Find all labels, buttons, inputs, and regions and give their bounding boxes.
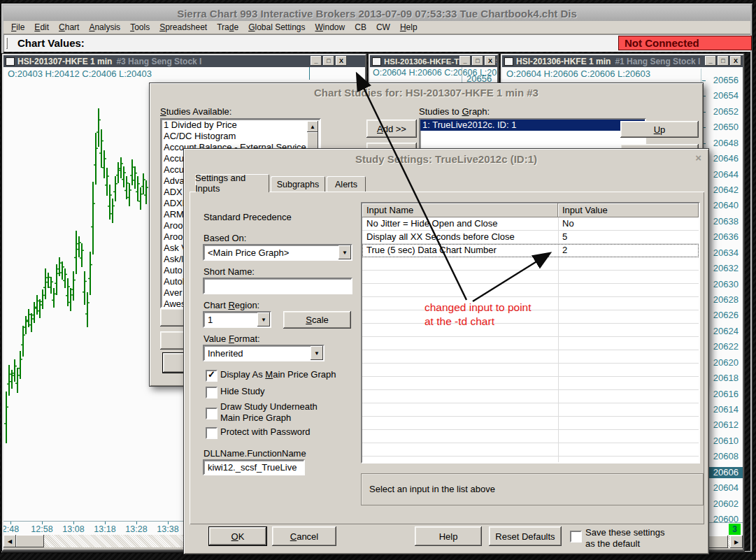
app-title: Sierra Chart 993 Interactive Brokers 201… [177,8,577,20]
close-icon[interactable]: × [695,152,701,164]
annotation-line2: at the -td chart [425,315,532,329]
add-study-button[interactable]: Add >> [366,120,417,138]
based-on-combobox[interactable]: <Main Price Graph> ▼ [203,244,352,261]
list-item-1-divided-by-price[interactable]: 1 Divided by Price [162,120,320,131]
menu-edit[interactable]: Edit [29,22,54,33]
cell-input-value: 2 [558,244,699,257]
minimize-button[interactable]: _ [311,56,322,66]
app-title-bar[interactable]: Sierra Chart 993 Interactive Brokers 201… [3,6,750,21]
scroll-right-button[interactable]: ▶ [730,536,743,548]
move-up-button[interactable]: Up [620,121,699,138]
maximize-button[interactable]: □ [718,56,729,66]
menu-help[interactable]: Help [395,22,422,33]
cell-input-name: Display all XX Seconds before Close [362,231,558,244]
cell-input-name: True (5 sec) Data Chart Number [362,244,558,257]
values-divider [309,67,310,80]
dll-name-field[interactable]: kiwi12._scsf_TrueLive [203,459,305,475]
menu-spreadsheet[interactable]: Spreadsheet [155,22,212,33]
chart-symbol: HSI-201306-HKFE 1 min [516,57,611,66]
studies-available-label: Studies Available: [160,106,231,117]
table-row[interactable]: True (5 sec) Data Chart Number2 [362,244,699,257]
input-hint-panel: Select an input in the list above [361,473,704,505]
toolbar-grip[interactable] [6,37,8,49]
close-button[interactable]: X [336,56,347,66]
chart-values-row: O:20403 H:20412 C:20406 L:20403 [3,67,365,80]
menu-cb[interactable]: CB [350,22,371,33]
short-name-input[interactable] [203,278,352,294]
price-scale-label: 20656 [701,75,743,86]
menu-chart[interactable]: Chart [54,22,84,33]
value-format-label: Value Format: [204,333,260,344]
chart1-window-title-bar[interactable]: HSI-201306-HKFE 1 min #1 Hang Seng Stock… [502,55,743,67]
graph-list-item[interactable]: 1: TrueLive2012c. ID: 1 [420,120,645,131]
scroll-up-button[interactable]: ▲ [307,121,318,132]
cell-input-value: No [558,217,699,231]
chart2-window-title-bar[interactable]: HSI-201306-HKFE-TD 1 min #2 Hang Seng St… [370,55,497,67]
dll-name-label: DLLName.FunctionName [204,448,306,459]
time-label: 13:08 [62,524,84,534]
chart-description: #3 Hang Seng Stock I [116,57,201,66]
time-label: 2:48 [2,524,19,534]
minimize-button[interactable]: _ [705,56,716,66]
checkbox-label: Display As Main Price Graph [220,369,336,380]
save-default-checkbox[interactable] [570,531,582,543]
chevron-down-icon[interactable]: ▼ [311,346,323,360]
price-scale-label: 20648 [701,138,743,149]
column-header-input-name[interactable]: Input Name [362,203,558,217]
reset-defaults-button[interactable]: Reset Defaults [489,526,562,546]
table-row[interactable]: Display all XX Seconds before Close5 [362,231,699,244]
cell-input-value: 5 [558,231,699,244]
cell-input-name: No Jitter = Hide Open and Close [362,217,558,231]
value-format-combobox[interactable]: Inherited ▼ [203,345,324,361]
ok-button[interactable]: OK [208,526,267,546]
minimize-button[interactable]: _ [459,56,471,66]
menu-tools[interactable]: Tools [125,22,155,33]
checkbox-draw-study-underneath[interactable] [206,408,217,419]
menu-window[interactable]: Window [311,22,350,33]
time-label: 12:58 [31,524,52,534]
menu-global-settings[interactable]: Global Settings [243,22,310,33]
close-button[interactable]: X [730,56,741,66]
chart-number-badge: 3 [729,524,741,535]
checkbox-hide-study[interactable] [206,387,217,399]
close-button[interactable]: X [485,56,496,66]
list-item-ac-dc-histogram[interactable]: AC/DC Histogram [162,131,320,142]
short-name-label: Short Name: [204,266,255,277]
column-header-input-value[interactable]: Input Value [558,203,699,217]
chart-icon [504,57,513,66]
maximize-button[interactable]: □ [472,56,483,66]
menu-file[interactable]: File [6,22,29,33]
chevron-down-icon[interactable]: ▼ [257,313,270,326]
menu-cw[interactable]: CW [371,22,395,33]
time-label: 13:18 [94,524,115,534]
menu-trade[interactable]: Trade [212,22,243,33]
tab-alerts[interactable]: Alerts [327,176,366,192]
chart-region-combobox[interactable]: 1 ▼ [203,311,271,328]
tab-settings-and-inputs[interactable]: Settings and Inputs [195,174,269,192]
tab-subgraphs[interactable]: Subgraphs [271,176,325,192]
help-button[interactable]: Help [415,526,482,546]
scrollbar-thumb[interactable] [16,535,44,547]
price-scale-label: 20652 [701,106,743,117]
screen: Sierra Chart 993 Interactive Brokers 201… [0,0,756,560]
cancel-button[interactable]: Cancel [272,526,336,546]
checkbox-display-as-main-price-graph[interactable]: ✓ [206,370,217,382]
chart-region-label: Chart Region: [204,300,259,310]
chart-symbol: HSI-201307-HKFE 1 min [17,57,112,66]
save-default-label-line2: as the default [585,538,640,549]
ohlc-values: O:20604 H:20606 C:20606 L:20603 [506,69,650,79]
checkbox-protect-with-password[interactable] [206,427,217,439]
chevron-down-icon[interactable]: ▼ [338,245,351,259]
menu-analysis[interactable]: Analysis [84,22,125,33]
price-scale-label: 20654 [701,90,743,101]
checkbox-label: Protect with Password [220,426,311,437]
dialog-title: Chart Studies for: HSI-201307-HKFE 1 min… [150,87,703,99]
scale-button[interactable]: Scale [283,311,351,329]
maximize-button[interactable]: □ [323,56,334,66]
scroll-left-button[interactable]: ◀ [3,535,16,547]
chart3-window-title-bar[interactable]: HSI-201307-HKFE 1 min #3 Hang Seng Stock… [3,55,365,67]
chart-window-2[interactable]: HSI-201306-HKFE-TD 1 min #2 Hang Seng St… [369,54,499,86]
check-icon: ✓ [208,369,215,380]
table-row[interactable]: No Jitter = Hide Open and CloseNo [362,217,699,231]
annotation-text: changed input to point at the -td chart [425,301,532,329]
